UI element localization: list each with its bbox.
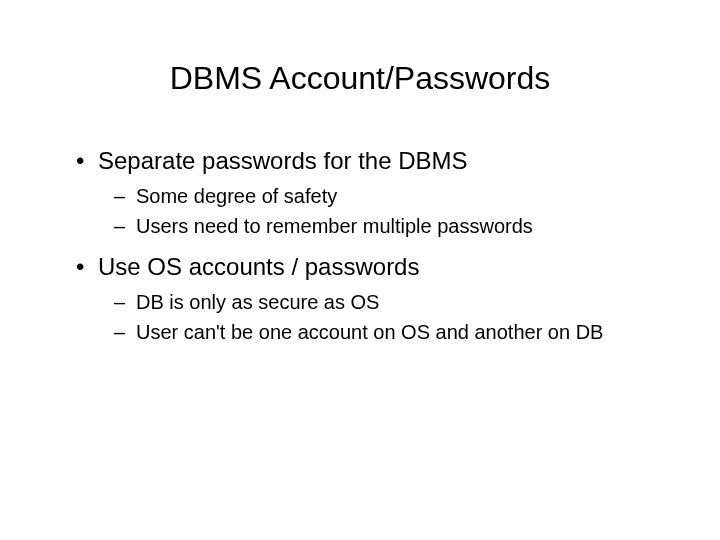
- bullet-level1: Separate passwords for the DBMS: [70, 147, 670, 175]
- bullet-level2: Some degree of safety: [110, 183, 670, 209]
- bullet-level2: DB is only as secure as OS: [110, 289, 670, 315]
- sub-bullet-container: Some degree of safety Users need to reme…: [70, 183, 670, 239]
- bullet-level1: Use OS accounts / passwords: [70, 253, 670, 281]
- bullet-text: Use OS accounts / passwords: [98, 253, 419, 280]
- slide-content: Separate passwords for the DBMS Some deg…: [50, 147, 670, 345]
- sub-bullet-container: DB is only as secure as OS User can't be…: [70, 289, 670, 345]
- bullet-text: User can't be one account on OS and anot…: [136, 321, 603, 343]
- slide: DBMS Account/Passwords Separate password…: [0, 0, 720, 540]
- bullet-level2: User can't be one account on OS and anot…: [110, 319, 670, 345]
- slide-title: DBMS Account/Passwords: [50, 60, 670, 97]
- bullet-level2: Users need to remember multiple password…: [110, 213, 670, 239]
- bullet-text: Some degree of safety: [136, 185, 337, 207]
- bullet-text: Separate passwords for the DBMS: [98, 147, 468, 174]
- bullet-text: DB is only as secure as OS: [136, 291, 379, 313]
- bullet-text: Users need to remember multiple password…: [136, 215, 533, 237]
